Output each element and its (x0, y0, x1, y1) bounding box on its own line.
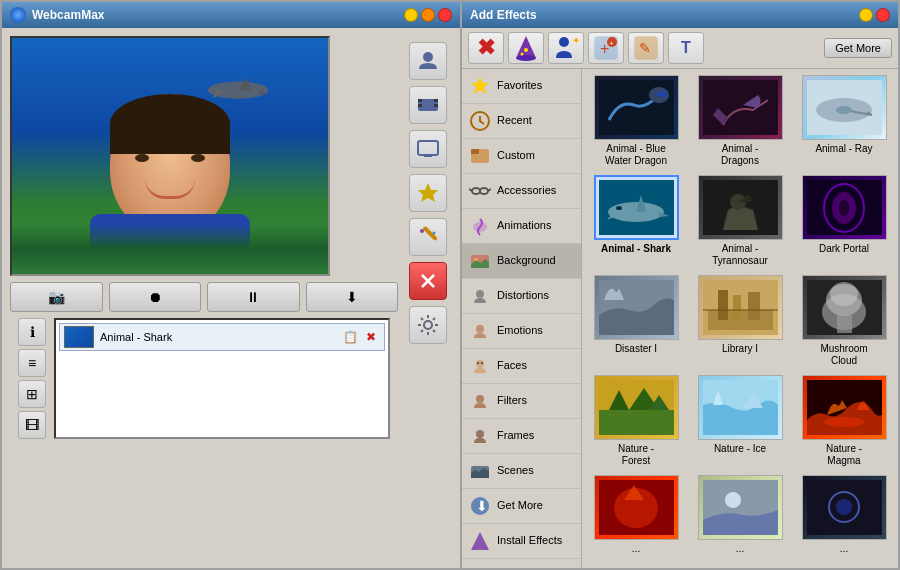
background-label: Background (497, 254, 556, 267)
effect-card-image-nature-magma (802, 375, 887, 440)
display-icon (416, 137, 440, 161)
category-frames[interactable]: Frames (462, 419, 581, 454)
category-install[interactable]: Install Effects (462, 524, 581, 559)
ray-thumbnail (807, 80, 882, 135)
camera-button[interactable]: 📷 (10, 282, 103, 312)
effect-item-name: Animal - Shark (100, 331, 335, 343)
svg-point-42 (476, 290, 484, 298)
effect-card-library[interactable]: Library I (692, 275, 788, 367)
svg-point-21 (524, 48, 528, 52)
effect-card-nature-forest[interactable]: Nature -Forest (588, 375, 684, 467)
star-btn[interactable] (409, 174, 447, 212)
record-button[interactable]: ⏺ (109, 282, 202, 312)
effects-toolbar: ✖ ✦ (462, 28, 898, 69)
category-emotions[interactable]: Emotions (462, 314, 581, 349)
toolbar-add-button[interactable]: + + (588, 32, 624, 64)
effect-action-3[interactable] (409, 130, 447, 168)
right-close-button[interactable] (876, 8, 890, 22)
shark-thumbnail (599, 180, 674, 235)
effect-card-partial2[interactable]: ... (692, 475, 788, 555)
svg-point-35 (472, 188, 480, 194)
toolbar-person-button[interactable]: ✦ (548, 32, 584, 64)
grid-view-button[interactable]: ⊞ (18, 380, 46, 408)
category-filters[interactable]: Filters (462, 384, 581, 419)
right-eye (191, 154, 205, 162)
custom-icon (468, 144, 492, 168)
effect-label-trex: Animal -Tyrannosaur (712, 243, 768, 267)
pause-button[interactable]: ⏸ (207, 282, 300, 312)
toolbar-delete-button[interactable]: ✖ (468, 32, 504, 64)
effect-card-ray[interactable]: Animal - Ray (796, 75, 892, 167)
svg-point-20 (516, 55, 536, 61)
effect-label-disaster: Disaster I (615, 343, 657, 355)
category-background[interactable]: Background (462, 244, 581, 279)
effect-card-shark[interactable]: Animal - Shark (588, 175, 684, 267)
effect-card-image-trex (698, 175, 783, 240)
category-custom[interactable]: Custom (462, 139, 581, 174)
effect-copy-button[interactable]: 📋 (341, 328, 359, 346)
svg-rect-75 (733, 295, 741, 320)
get-more-icon: ⬇ (468, 494, 492, 518)
effect-list-item[interactable]: Animal - Shark 📋 ✖ (59, 323, 385, 351)
get-more-cat-label: Get More (497, 499, 543, 512)
remove-effect-btn[interactable] (409, 262, 447, 300)
svg-rect-10 (418, 141, 438, 155)
category-get-more[interactable]: ⬇ Get More (462, 489, 581, 524)
film-button[interactable]: 🎞 (18, 411, 46, 439)
effect-card-image-darkportal (802, 175, 887, 240)
svg-marker-31 (471, 77, 489, 94)
effects-list: Animal - Shark 📋 ✖ (54, 318, 390, 439)
effect-card-disaster[interactable]: Disaster I (588, 275, 684, 367)
toolbar-text-button[interactable]: T (668, 32, 704, 64)
maximize-button[interactable] (421, 8, 435, 22)
effect-card-mushroom[interactable]: MushroomCloud (796, 275, 892, 367)
svg-rect-55 (703, 80, 778, 135)
effect-card-darkportal[interactable]: Dark Portal (796, 175, 892, 267)
svg-point-22 (521, 53, 524, 56)
effect-card-trex[interactable]: Animal -Tyrannosaur (692, 175, 788, 267)
category-recent[interactable]: Recent (462, 104, 581, 139)
effect-action-1[interactable] (409, 42, 447, 80)
effect-card-dragons[interactable]: Animal -Dragons (692, 75, 788, 167)
partial3-thumbnail (807, 480, 882, 535)
minimize-button[interactable] (404, 8, 418, 22)
category-favorites[interactable]: Favorites (462, 69, 581, 104)
svg-rect-8 (434, 99, 438, 102)
category-distortions[interactable]: Distortions (462, 279, 581, 314)
save-button[interactable]: ⬇ (306, 282, 399, 312)
info-button[interactable]: ℹ (18, 318, 46, 346)
effect-thumbnail (64, 326, 94, 348)
svg-marker-52 (471, 532, 489, 550)
svg-point-36 (480, 188, 488, 194)
effect-card-image-partial3 (802, 475, 887, 540)
svg-text:⬇: ⬇ (476, 498, 488, 514)
get-more-button[interactable]: Get More (824, 38, 892, 58)
category-scenes[interactable]: Scenes (462, 454, 581, 489)
svg-point-58 (836, 106, 852, 114)
effect-card-nature-magma[interactable]: Nature -Magma (796, 375, 892, 467)
svg-rect-34 (471, 149, 479, 154)
effect-card-image-nature-forest (594, 375, 679, 440)
effect-delete-button[interactable]: ✖ (362, 328, 380, 346)
svg-point-18 (424, 321, 432, 329)
effect-action-2[interactable] (409, 86, 447, 124)
film-icon (416, 93, 440, 117)
effects-btn[interactable] (409, 218, 447, 256)
effect-card-nature-ice[interactable]: Nature - Ice (692, 375, 788, 467)
toolbar-wizard-button[interactable] (508, 32, 544, 64)
wand-icon (416, 225, 440, 249)
effect-card-partial1[interactable]: ... (588, 475, 684, 555)
effect-card-image-partial2 (698, 475, 783, 540)
effect-card-blue-water-dragon[interactable]: Animal - BlueWater Dragon (588, 75, 684, 167)
list-view-button[interactable]: ≡ (18, 349, 46, 377)
close-button[interactable] (438, 8, 452, 22)
toolbar-edit-button[interactable]: ✎ (628, 32, 664, 64)
settings-btn[interactable] (409, 306, 447, 344)
right-minimize-button[interactable] (859, 8, 873, 22)
category-faces[interactable]: Faces (462, 349, 581, 384)
action-sidebar (404, 36, 452, 560)
effect-card-partial3[interactable]: ... (796, 475, 892, 555)
category-accessories[interactable]: Accessories (462, 174, 581, 209)
category-animations[interactable]: Animations (462, 209, 581, 244)
effects-grid-area: Animal - BlueWater Dragon Anim (582, 69, 898, 568)
